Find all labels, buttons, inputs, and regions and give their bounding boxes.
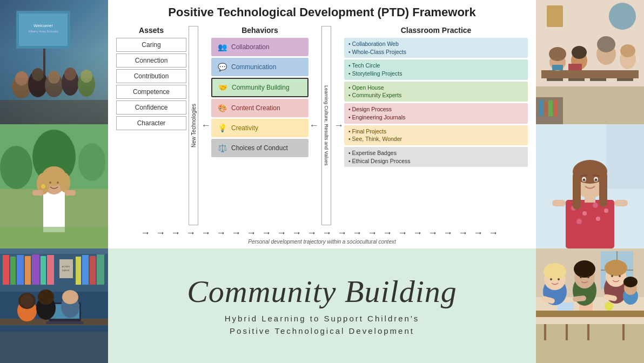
svg-point-8: [45, 73, 63, 97]
svg-rect-75: [614, 200, 628, 206]
asset-contribution: Contribution: [116, 69, 186, 83]
subtitle-text: Hybrid Learning to Support Children's Po…: [225, 313, 420, 337]
svg-point-11: [64, 68, 76, 80]
svg-text:ACHIEV: ACHIEV: [62, 265, 70, 268]
svg-point-60: [582, 211, 587, 216]
right-arrow-out: →: [333, 120, 344, 131]
svg-rect-21: [43, 189, 65, 232]
svg-point-25: [59, 173, 70, 192]
svg-point-73: [595, 179, 598, 182]
new-technologies-label: New Technologies: [189, 26, 198, 225]
svg-point-118: [544, 263, 566, 280]
svg-rect-83: [32, 254, 39, 285]
svg-point-12: [78, 72, 95, 97]
communication-icon: 💬: [216, 61, 228, 73]
svg-point-43: [620, 44, 635, 57]
svg-text:Welcome!: Welcome!: [33, 23, 52, 28]
svg-rect-93: [46, 321, 84, 324]
svg-point-26: [49, 182, 51, 184]
top-half: Welcome! Albany Area Schools: [0, 0, 644, 248]
svg-point-121: [574, 260, 595, 278]
svg-rect-82: [25, 256, 31, 285]
svg-rect-141: [622, 324, 625, 340]
svg-point-125: [550, 278, 552, 280]
svg-point-130: [619, 275, 621, 277]
svg-point-62: [604, 209, 608, 213]
right-arrow-in: ←: [308, 120, 319, 131]
svg-rect-137: [536, 324, 644, 363]
svg-point-37: [549, 47, 566, 61]
svg-rect-47: [568, 78, 585, 81]
asset-connection: Connection: [116, 53, 186, 68]
svg-rect-68: [573, 172, 581, 210]
behavior-collaboration: 👥 Collaboration: [211, 38, 308, 56]
svg-rect-35: [541, 70, 639, 78]
creativity-icon: 💡: [216, 122, 228, 134]
svg-rect-80: [10, 257, 16, 285]
svg-point-13: [81, 70, 92, 83]
svg-point-7: [32, 68, 44, 81]
asset-caring: Caring: [116, 38, 186, 52]
left-photos: Welcome! Albany Area Schools: [0, 0, 108, 248]
behavior-community-building: 🤝 Community Building: [211, 78, 308, 97]
svg-rect-79: [3, 255, 9, 285]
content-icon: 🎨: [216, 102, 228, 114]
classroom-choices: • Expertise Badges • Ethical Design Proc…: [344, 147, 528, 167]
svg-point-64: [596, 217, 600, 221]
svg-rect-89: [97, 254, 104, 285]
svg-rect-57: [606, 124, 644, 189]
svg-rect-81: [17, 255, 24, 285]
photo-classroom: Welcome! Albany Area Schools: [0, 0, 108, 124]
svg-point-41: [597, 36, 615, 52]
photo-woman-portrait: [536, 124, 644, 248]
svg-rect-15: [43, 49, 45, 76]
svg-rect-88: [90, 256, 96, 285]
diagram-title: Positive Technological Development (PTD)…: [168, 5, 475, 19]
svg-point-63: [576, 219, 582, 224]
svg-point-72: [583, 179, 586, 182]
classroom-collaboration: • Collaboration Web • Whole-Class Projec…: [344, 38, 528, 58]
svg-point-124: [605, 260, 627, 276]
svg-point-5: [15, 71, 28, 85]
svg-rect-29: [65, 190, 76, 196]
behavior-content-creation: 🎨 Content Creation: [211, 99, 308, 117]
svg-point-6: [28, 70, 48, 97]
classroom-community: • Open House • Community Experts: [344, 82, 528, 102]
svg-point-39: [572, 46, 587, 59]
svg-rect-78: [0, 248, 108, 254]
svg-point-30: [41, 184, 45, 189]
behavior-choices-of-conduct: ⚖️ Choices of Conduct: [211, 139, 308, 157]
svg-rect-31: [0, 227, 108, 248]
classroom-content: • Design Process • Engineering Journals: [344, 103, 528, 123]
svg-point-10: [62, 70, 79, 96]
classroom-communication: • Tech Circle • Storytelling Projects: [344, 59, 528, 79]
bottom-note: Personal development trajectory within a…: [248, 239, 395, 245]
svg-rect-138: [544, 324, 546, 340]
svg-rect-112: [536, 311, 644, 317]
svg-rect-139: [566, 324, 568, 340]
svg-point-102: [64, 291, 77, 304]
left-arrow: ←: [200, 120, 211, 131]
svg-rect-86: [76, 257, 81, 285]
assets-column: Assets Caring Connection Contribution Co…: [116, 26, 186, 225]
svg-point-18: [0, 146, 32, 189]
svg-point-4: [12, 75, 31, 98]
right-photos: [536, 0, 644, 248]
svg-rect-54: [548, 100, 553, 116]
svg-rect-28: [32, 190, 43, 196]
svg-text:Albany Area Schools: Albany Area Schools: [28, 30, 58, 33]
community-building-title: Community Building: [187, 274, 457, 309]
svg-rect-45: [568, 64, 582, 70]
svg-point-129: [611, 275, 613, 277]
behavior-communication: 💬 Communication: [211, 58, 308, 76]
svg-point-61: [593, 203, 598, 208]
bottom-half: ACHIEV EMENT Community Building Hybrid L…: [0, 248, 644, 363]
assets-header: Assets: [116, 26, 186, 35]
behaviors-header: Behaviors: [211, 26, 308, 35]
svg-rect-44: [552, 65, 563, 70]
photo-woman-outdoor: [0, 124, 108, 248]
diagram-area: Positive Technological Development (PTD)…: [108, 0, 536, 248]
choices-icon: ⚖️: [216, 142, 228, 154]
svg-rect-103: [0, 332, 108, 363]
svg-point-100: [21, 294, 33, 308]
